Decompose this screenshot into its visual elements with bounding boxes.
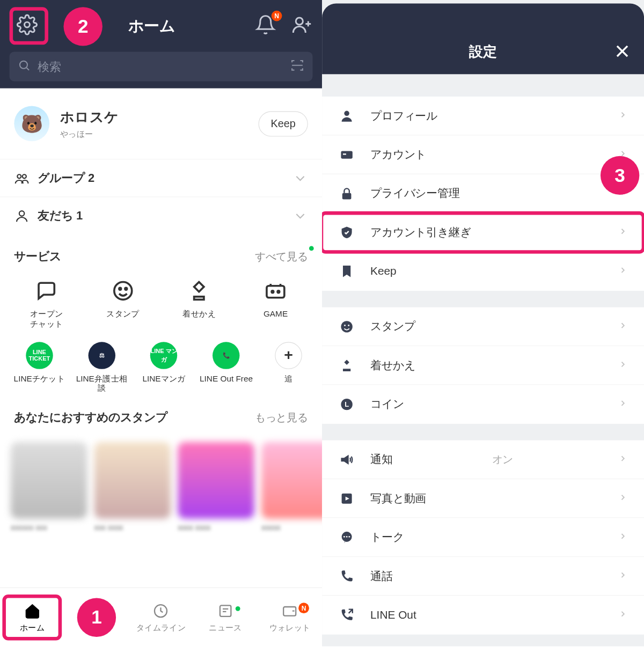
settings-row-phone[interactable]: 通話 xyxy=(322,557,644,596)
tab-timeline[interactable]: タイムライン xyxy=(129,601,193,633)
settings-row-label: プロフィール xyxy=(370,108,437,123)
add-friend-icon[interactable] xyxy=(291,14,312,38)
home-header: ホーム 検索 xyxy=(0,0,322,89)
stamp-strip[interactable]: xxxxxx xxx xxx xxxx xxxx xxxx xxxxx xyxy=(0,430,322,555)
groups-row[interactable]: グループ 2 xyxy=(0,159,322,196)
service-label: LINE弁護士相談 xyxy=(73,373,130,393)
svg-point-11 xyxy=(277,291,280,293)
settings-row-bookmark[interactable]: Keep xyxy=(322,252,644,291)
settings-row-smile[interactable]: スタンプ xyxy=(322,307,644,346)
svg-rect-17 xyxy=(343,153,346,155)
settings-row-idcard[interactable]: アカウント xyxy=(322,135,644,174)
settings-row-chat[interactable]: トーク xyxy=(322,518,644,556)
callout-2: 2 xyxy=(63,7,102,46)
chevron-right-icon xyxy=(618,493,628,504)
profile-row[interactable]: 🐻 ホロスケ やっほー Keep xyxy=(0,89,322,159)
tab-home[interactable]: ホーム xyxy=(2,594,62,640)
tab-label: ニュース xyxy=(193,622,258,633)
settings-row-play[interactable]: 写真と動画 xyxy=(322,479,644,518)
svg-point-2 xyxy=(20,61,27,69)
service-pill-icon: + xyxy=(275,342,302,369)
shield-icon xyxy=(336,225,357,240)
settings-row-shield[interactable]: アカウント引き継ぎ xyxy=(322,213,644,252)
callout-1: 1 xyxy=(77,598,116,636)
service-pill-icon: ⚖ xyxy=(88,342,115,369)
notifications-icon[interactable] xyxy=(255,14,276,38)
service-item[interactable]: ⚖LINE弁護士相談 xyxy=(73,342,130,393)
groups-label: グループ 2 xyxy=(38,170,94,186)
tab-label: ホーム xyxy=(6,622,58,633)
close-icon[interactable] xyxy=(613,42,631,62)
settings-row-lock[interactable]: プライバシー管理 xyxy=(322,174,644,213)
settings-row-label: プライバシー管理 xyxy=(370,186,460,201)
service-item[interactable]: LINE TICKETLINEチケット xyxy=(11,342,68,393)
scan-icon[interactable] xyxy=(290,58,304,75)
service-item[interactable]: 📞LINE Out Free xyxy=(197,342,255,393)
settings-row-brush[interactable]: 着せかえ xyxy=(322,346,644,385)
phone-icon xyxy=(336,568,357,584)
svg-point-27 xyxy=(346,535,348,537)
search-icon xyxy=(18,59,31,75)
settings-row-label: コイン xyxy=(370,397,404,412)
service-pill-icon: 📞 xyxy=(213,342,239,369)
callout-3: 3 xyxy=(601,156,639,195)
service-pill-icon: LINE マンガ xyxy=(150,342,177,369)
chevron-down-icon xyxy=(292,208,308,224)
gear-icon[interactable] xyxy=(17,14,38,38)
search-input[interactable]: 検索 xyxy=(10,52,313,82)
service-label: GAME xyxy=(240,309,312,319)
chevron-right-icon xyxy=(618,320,628,332)
svg-point-20 xyxy=(344,324,346,326)
svg-point-8 xyxy=(125,288,127,290)
tab-wallet[interactable]: ウォレット xyxy=(258,601,322,633)
svg-point-10 xyxy=(272,291,274,293)
play-icon xyxy=(336,490,357,506)
settings-title: 設定 xyxy=(469,42,497,61)
tab-news[interactable]: ニュース xyxy=(193,601,258,633)
service-item[interactable]: LINE マンガLINEマンガ xyxy=(135,342,193,393)
service-label: スタンプ xyxy=(87,309,159,319)
chat-icon xyxy=(336,530,357,545)
avatar: 🐻 xyxy=(14,106,49,141)
service-label: LINEマンガ xyxy=(135,373,193,383)
svg-point-7 xyxy=(119,288,121,290)
service-label: オープンチャット xyxy=(11,309,83,329)
chevron-right-icon xyxy=(618,570,628,582)
service-label: 追 xyxy=(260,373,317,383)
more-link[interactable]: もっと見る xyxy=(255,410,308,424)
svg-point-3 xyxy=(17,174,21,178)
keep-button[interactable]: Keep xyxy=(259,111,308,136)
service-icon xyxy=(262,277,289,304)
svg-point-4 xyxy=(23,174,26,178)
chevron-right-icon xyxy=(618,359,628,371)
service-item[interactable]: GAME xyxy=(240,277,312,329)
settings-row-label: Keep xyxy=(370,265,397,278)
svg-rect-13 xyxy=(220,605,231,616)
tabbar: ホーム 1 タイムライン ニュース ウォレット xyxy=(0,588,322,647)
service-item[interactable]: オープンチャット xyxy=(11,277,83,329)
speaker-icon xyxy=(336,452,357,467)
service-icon xyxy=(186,277,213,304)
lock-icon xyxy=(336,186,357,201)
settings-row-label: 通話 xyxy=(370,568,393,584)
home-pane: 2 ホーム 検索 xyxy=(0,0,322,647)
settings-row-speaker[interactable]: 通知オン xyxy=(322,441,644,479)
chevron-right-icon xyxy=(618,609,628,621)
settings-row-phoneout[interactable]: LINE Out xyxy=(322,596,644,634)
stamps-title: あなたにおすすめのスタンプ xyxy=(14,410,167,426)
service-icon xyxy=(33,277,60,304)
friends-row[interactable]: 友だち 1 xyxy=(0,196,322,234)
service-item[interactable]: +追 xyxy=(260,342,317,393)
bookmark-icon xyxy=(336,263,357,279)
service-item[interactable]: スタンプ xyxy=(87,277,159,329)
service-pill-icon: LINE TICKET xyxy=(26,342,53,369)
svg-point-1 xyxy=(296,18,303,25)
service-item[interactable]: 着せかえ xyxy=(163,277,235,329)
settings-row-coin[interactable]: Lコイン xyxy=(322,385,644,423)
service-label: 着せかえ xyxy=(163,309,235,319)
see-all-link[interactable]: すべて見る xyxy=(255,250,308,263)
settings-row-label: 通知 xyxy=(370,452,393,467)
settings-row-label: アカウント xyxy=(370,147,426,163)
settings-row-person[interactable]: プロフィール xyxy=(322,97,644,135)
smile-icon xyxy=(336,319,357,334)
